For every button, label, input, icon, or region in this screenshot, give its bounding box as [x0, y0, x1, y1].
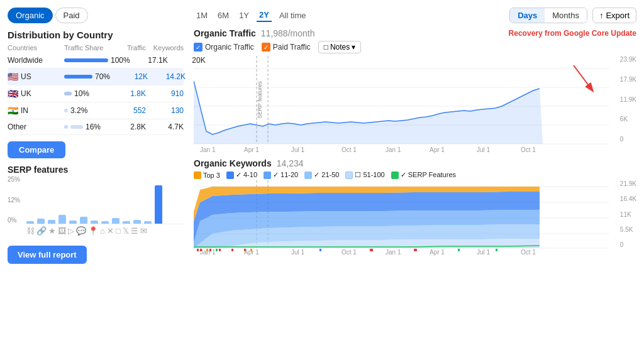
svg-rect-38 [458, 249, 460, 251]
svg-text:Jan 1: Jan 1 [386, 249, 401, 256]
svg-text:Apr 1: Apr 1 [430, 249, 445, 256]
tab-organic[interactable]: Organic [8, 8, 53, 23]
svg-rect-39 [496, 249, 497, 251]
svg-text:Oct 1: Oct 1 [521, 146, 536, 153]
serp-bars [8, 176, 184, 224]
serp-icon-row: ⛓ 🔗 ★ 🖼 ▷ 💬 📍 ⌂ ✕ □ 𝕏 ☰ ✉ [8, 226, 184, 236]
months-button[interactable]: Months [545, 8, 587, 23]
svg-text:SERP features: SERP features [257, 81, 263, 119]
svg-text:Jul 1: Jul 1 [477, 249, 491, 256]
serp-section: SERP features 25% 12% 0% [8, 165, 184, 236]
export-button[interactable]: ↑ Export [592, 8, 636, 23]
svg-rect-26 [197, 249, 199, 251]
svg-text:Apr 1: Apr 1 [244, 146, 259, 153]
time-controls: 1M 6M 1Y 2Y All time Days Months ↑ Expor… [194, 8, 636, 23]
tab-paid[interactable]: Paid [55, 8, 88, 23]
svg-line-17 [574, 65, 592, 90]
period-1m[interactable]: 1M [194, 9, 210, 21]
keywords-chart-wrapper: Jan 1 Apr 1 Jul 1 Oct 1 Jan 1 Apr 1 Jul … [194, 180, 636, 256]
traffic-value: 11,988/month [261, 28, 315, 38]
export-icon: ↑ [599, 11, 604, 20]
keywords-value: 14,234 [277, 158, 304, 168]
traffic-legend: ✓ Organic Traffic ✓ Paid Traffic □ Notes… [194, 41, 636, 53]
svg-rect-30 [216, 249, 218, 251]
svg-rect-32 [231, 249, 233, 251]
svg-text:Jan 1: Jan 1 [200, 249, 216, 256]
day-month-toggle: Days Months [509, 8, 587, 23]
svg-text:Jul 1: Jul 1 [477, 146, 491, 153]
keywords-legend: Top 3 ✓ 4-10 ✓ 11-20 ✓ 21-50 ☐ 51-100 [194, 171, 636, 179]
traffic-chart-title: Organic Traffic [194, 28, 256, 38]
organic-traffic-section: Organic Traffic 11,988/month Recovery fr… [194, 28, 636, 153]
recovery-annotation: Recovery from Google Core Update [509, 29, 636, 38]
table-row-other: Other 16% 2.8K 4.7K [8, 119, 184, 135]
svg-rect-35 [319, 249, 321, 251]
svg-text:Oct 1: Oct 1 [341, 249, 357, 256]
view-full-report-button[interactable]: View full report [8, 246, 87, 264]
period-2y[interactable]: 2Y [257, 9, 272, 22]
recovery-arrow [561, 62, 611, 100]
serp-title: SERP features [8, 165, 184, 175]
svg-text:Jan 1: Jan 1 [200, 146, 216, 153]
period-6m[interactable]: 6M [215, 9, 231, 21]
tab-row: Organic Paid [8, 8, 184, 23]
distribution-title: Distribution by Country [8, 30, 184, 40]
period-1y[interactable]: 1Y [236, 9, 252, 21]
table-row-uk: 🇬🇧UK 10% 1.8K 910 [8, 85, 184, 102]
organic-keywords-section: Organic Keywords 14,234 Top 3 ✓ 4-10 ✓ 1… [194, 158, 636, 256]
traffic-chart-svg: SERP features Jan 1 Apr 1 Jul 1 Oct 1 Ja… [194, 56, 618, 153]
table-row-in: 🇮🇳IN 3.2% 552 130 [8, 102, 184, 119]
svg-text:Oct 1: Oct 1 [521, 249, 536, 256]
svg-text:Jan 1: Jan 1 [386, 146, 401, 153]
distribution-section: Distribution by Country Countries Traffi… [8, 30, 184, 135]
days-button[interactable]: Days [510, 8, 545, 23]
svg-text:Apr 1: Apr 1 [430, 146, 445, 153]
svg-text:Jul 1: Jul 1 [291, 146, 305, 153]
table-header: Countries Traffic Share Traffic Keywords [8, 43, 184, 53]
serp-chart: 25% 12% 0% [8, 176, 184, 236]
traffic-chart-wrapper: SERP features Jan 1 Apr 1 Jul 1 Oct 1 Ja… [194, 56, 636, 153]
svg-rect-37 [414, 249, 417, 251]
svg-text:Jul 1: Jul 1 [291, 249, 305, 256]
notes-icon: □ [324, 43, 328, 52]
table-row-us: 🇺🇸US 70% 12K 14.2K [8, 68, 184, 85]
period-buttons: 1M 6M 1Y 2Y All time [194, 9, 309, 22]
compare-button[interactable]: Compare [8, 141, 65, 158]
table-row: Worldwide 100% 17.1K 20K [8, 53, 184, 68]
svg-rect-36 [370, 249, 373, 251]
svg-text:Oct 1: Oct 1 [341, 146, 357, 153]
keywords-chart-svg: Jan 1 Apr 1 Jul 1 Oct 1 Jan 1 Apr 1 Jul … [194, 180, 618, 256]
svg-rect-31 [219, 249, 221, 251]
notes-button[interactable]: □ Notes ▾ [318, 41, 362, 53]
keywords-chart-title: Organic Keywords [194, 158, 272, 168]
period-all[interactable]: All time [277, 9, 309, 21]
svg-text:Apr 1: Apr 1 [244, 249, 259, 256]
